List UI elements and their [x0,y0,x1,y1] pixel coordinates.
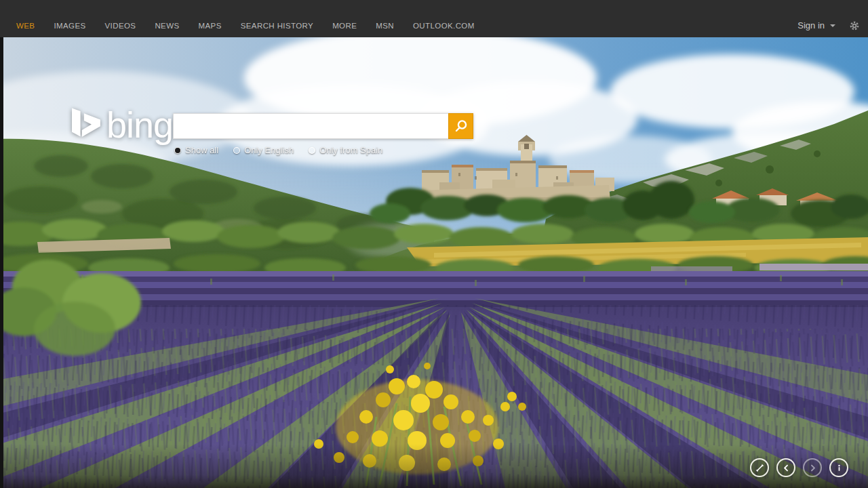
nav-item-news[interactable]: NEWS [145,22,189,30]
top-nav: WEB IMAGES VIDEOS NEWS MAPS SEARCH HISTO… [0,0,868,37]
radio-selected-icon [174,147,181,154]
search-input[interactable] [173,113,448,139]
nav-item-msn[interactable]: MSN [366,22,403,30]
expand-diagonal-arrow-icon [754,462,766,474]
image-controls [750,458,848,477]
filter-label: Only from Spain [319,145,382,155]
search-button[interactable] [448,113,473,139]
chevron-right-icon [807,462,818,474]
next-button[interactable] [803,458,822,477]
filter-label: Only English [244,145,294,155]
gear-icon [849,20,860,31]
nav-item-search-history[interactable]: SEARCH HISTORY [231,22,323,30]
info-button[interactable] [829,458,848,477]
search-filters: Show all Only English Only from Spain [174,145,382,155]
radio-icon [309,147,315,154]
expand-button[interactable] [750,458,769,477]
nav-links: WEB IMAGES VIDEOS NEWS MAPS SEARCH HISTO… [7,22,484,30]
nav-item-images[interactable]: IMAGES [44,22,95,30]
nav-item-videos[interactable]: VIDEOS [96,22,146,30]
filter-label: Show all [185,145,218,155]
sign-in-link[interactable]: Sign in [797,20,835,30]
filter-only-from-spain[interactable]: Only from Spain [309,145,382,155]
search-bar [173,113,473,139]
nav-item-maps[interactable]: MAPS [189,22,231,30]
bing-logo-icon [72,108,100,140]
filter-show-all[interactable]: Show all [174,145,218,155]
bing-homepage: WEB IMAGES VIDEOS NEWS MAPS SEARCH HISTO… [0,0,868,488]
bing-logo: bing [72,108,173,142]
photo-left-border [0,37,3,488]
nav-item-outlook[interactable]: OUTLOOK.COM [403,22,484,30]
nav-right: Sign in [797,20,860,31]
search-magnifier-icon [454,119,468,133]
bing-logo-text: bing [106,108,173,142]
info-icon [833,462,845,474]
sign-in-label: Sign in [797,20,825,30]
radio-icon [233,147,240,154]
hero-background-image: bing Show all Only English [0,37,868,488]
nav-item-more[interactable]: MORE [323,22,366,30]
chevron-left-icon [781,462,792,474]
chevron-down-icon [830,24,835,27]
filter-only-english[interactable]: Only English [233,145,294,155]
previous-button[interactable] [776,458,795,477]
settings-gear-button[interactable] [849,20,860,31]
nav-item-web[interactable]: WEB [7,22,44,30]
